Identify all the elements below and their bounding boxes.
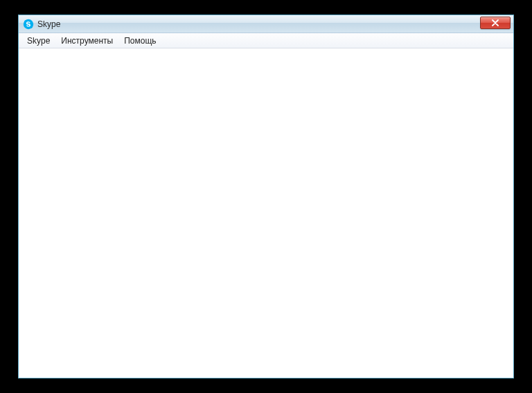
app-window: Skype Skype Инструменты Помощь <box>18 15 514 378</box>
close-icon <box>491 19 499 26</box>
skype-icon <box>23 19 34 30</box>
titlebar[interactable]: Skype <box>19 15 513 33</box>
menu-tools[interactable]: Инструменты <box>55 35 118 47</box>
menubar: Skype Инструменты Помощь <box>19 33 513 48</box>
menu-help[interactable]: Помощь <box>118 35 161 47</box>
close-button[interactable] <box>480 17 511 29</box>
content-area <box>19 48 513 378</box>
menu-skype[interactable]: Skype <box>21 35 55 47</box>
window-title: Skype <box>37 20 60 28</box>
